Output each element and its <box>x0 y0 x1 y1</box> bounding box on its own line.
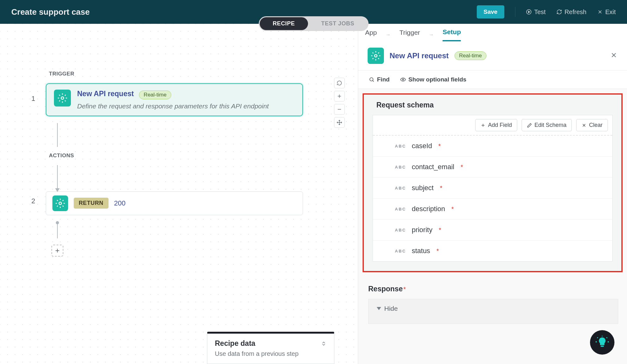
panel-tab-setup[interactable]: Setup <box>443 28 461 41</box>
required-star: * <box>403 286 406 293</box>
play-icon <box>526 9 532 15</box>
zoom-in-button[interactable] <box>334 91 345 101</box>
field-name: status <box>412 247 430 255</box>
close-icon <box>582 123 587 128</box>
response-panel: Hide <box>368 299 618 324</box>
refresh-label: Refresh <box>565 8 587 16</box>
find-label: Find <box>377 76 390 83</box>
hide-label: Hide <box>384 305 398 312</box>
caret-down-icon <box>377 307 381 310</box>
svg-rect-23 <box>601 346 604 347</box>
close-panel-button[interactable] <box>610 51 618 60</box>
recipe-data-panel[interactable]: Recipe data Use data from a previous ste… <box>207 332 334 364</box>
api-gear-icon <box>368 48 384 64</box>
show-optional-label: Show optional fields <box>408 76 466 83</box>
recipe-data-title: Recipe data <box>215 339 255 348</box>
edit-schema-button[interactable]: Edit Schema <box>522 119 572 131</box>
connector-dot <box>57 222 58 238</box>
trigger-section-label: TRIGGER <box>49 71 358 77</box>
chevron-right-icon: → <box>385 32 391 38</box>
action-card[interactable]: RETURN 200 <box>46 191 303 215</box>
add-field-button[interactable]: Add Field <box>475 119 517 131</box>
return-value: 200 <box>114 199 126 207</box>
exit-label: Exit <box>605 8 616 16</box>
minus-icon <box>337 107 342 112</box>
clear-button[interactable]: Clear <box>576 119 608 131</box>
svg-point-15 <box>370 78 373 81</box>
divider <box>515 7 515 17</box>
api-gear-icon <box>54 90 71 107</box>
actions-section-label: ACTIONS <box>49 153 358 159</box>
save-button[interactable]: Save <box>477 5 504 18</box>
arrow-down-icon <box>55 188 60 192</box>
close-icon <box>597 9 603 15</box>
schema-title: Request schema <box>376 101 613 109</box>
recipe-canvas: TRIGGER 1 New API request Real-time Defi… <box>0 24 358 364</box>
field-name: contact_email <box>412 163 454 171</box>
schema-field-row[interactable]: ABCcaseId* <box>373 136 612 157</box>
schema-field-row[interactable]: ABCstatus* <box>373 241 612 261</box>
test-button[interactable]: Test <box>526 8 546 16</box>
schema-field-row[interactable]: ABCsubject* <box>373 178 612 199</box>
page-title: Create support case <box>11 7 90 17</box>
required-star: * <box>440 185 442 192</box>
step-2-number: 2 <box>31 191 38 205</box>
panel-tab-app[interactable]: App <box>365 29 377 41</box>
exit-button[interactable]: Exit <box>597 8 616 16</box>
lightbulb-icon <box>596 336 609 349</box>
zoom-out-button[interactable] <box>334 104 345 115</box>
view-tabs: RECIPE TEST JOBS <box>258 16 368 31</box>
main-content: TRIGGER 1 New API request Real-time Defi… <box>0 24 627 364</box>
svg-point-9 <box>61 97 64 99</box>
field-type-badge: ABC <box>395 228 406 232</box>
field-name: description <box>412 205 445 213</box>
add-step-button[interactable]: + <box>51 245 63 257</box>
step-1-row: 1 New API request Real-time Define the r… <box>31 83 358 116</box>
tab-recipe[interactable]: RECIPE <box>259 17 308 30</box>
expand-icon[interactable] <box>321 341 327 346</box>
schema-actions: Add Field Edit Schema Clear <box>373 115 612 136</box>
chevron-right-icon: → <box>429 32 434 38</box>
move-icon <box>337 120 342 125</box>
trigger-card-body: New API request Real-time Define the req… <box>77 90 269 110</box>
find-button[interactable]: Find <box>369 76 390 83</box>
fit-button[interactable] <box>334 117 345 128</box>
topbar-actions: Save Test Refresh Exit <box>477 5 616 18</box>
search-icon <box>369 77 375 82</box>
panel-breadcrumb: App → Trigger → Setup <box>358 24 627 41</box>
eye-icon <box>400 77 406 82</box>
panel-header-title: New API request <box>390 51 449 60</box>
help-fab[interactable] <box>590 330 614 355</box>
panel-tab-trigger[interactable]: Trigger <box>399 29 420 41</box>
schema-field-row[interactable]: ABCpriority* <box>373 220 612 241</box>
config-panel: App → Trigger → Setup New API request Re… <box>358 24 627 364</box>
plus-icon <box>481 123 486 128</box>
trigger-card[interactable]: New API request Real-time Define the req… <box>46 83 303 116</box>
recipe-data-sub: Use data from a previous step <box>215 350 327 357</box>
required-star: * <box>460 164 463 171</box>
panel-header: New API request Real-time <box>358 41 627 70</box>
svg-point-12 <box>375 55 377 57</box>
canvas-tools <box>334 78 345 128</box>
add-field-label: Add Field <box>488 122 512 128</box>
test-label: Test <box>534 8 546 16</box>
field-type-badge: ABC <box>395 186 406 190</box>
svg-line-26 <box>607 337 607 338</box>
schema-field-row[interactable]: ABCcontact_email* <box>373 157 612 178</box>
hide-toggle[interactable]: Hide <box>377 305 398 312</box>
connector-line-2 <box>57 165 58 191</box>
field-type-badge: ABC <box>395 249 406 253</box>
schema-field-row[interactable]: ABCdescription* <box>373 199 612 220</box>
undo-button[interactable] <box>334 78 345 88</box>
trigger-card-desc: Define the request and response paramete… <box>77 102 269 110</box>
required-star: * <box>439 226 441 234</box>
svg-marker-22 <box>377 307 381 310</box>
step-1-number: 1 <box>31 83 38 103</box>
show-optional-button[interactable]: Show optional fields <box>400 76 466 83</box>
edit-schema-label: Edit Schema <box>534 122 566 128</box>
schema-inner: Add Field Edit Schema Clear ABCcaseId*AB… <box>373 115 613 262</box>
field-name: priority <box>412 226 433 234</box>
field-type-badge: ABC <box>395 144 406 148</box>
tab-test-jobs[interactable]: TEST JOBS <box>308 17 367 30</box>
refresh-button[interactable]: Refresh <box>556 8 587 16</box>
